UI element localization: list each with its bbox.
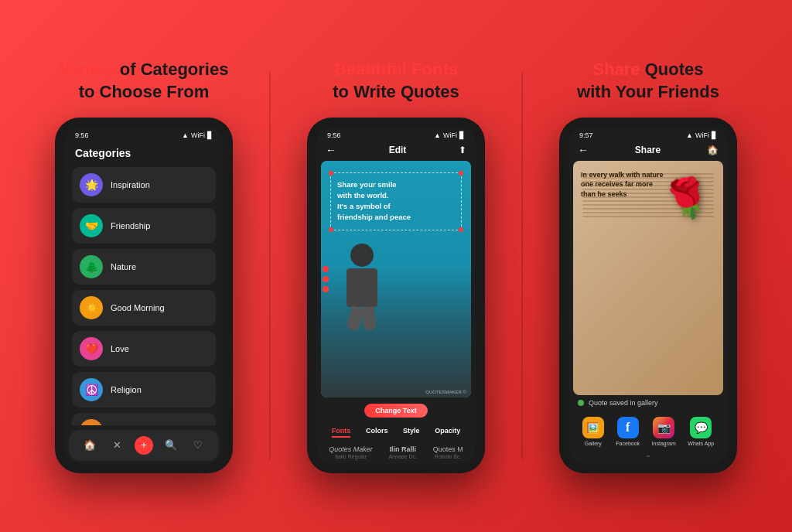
time-3: 9:57	[579, 131, 593, 139]
wifi-icon-3: WiFi	[695, 131, 709, 139]
panel-1-title: Variety of Categoriesto Choose From	[60, 59, 229, 103]
tab-fonts[interactable]: Fonts	[332, 427, 351, 438]
quote-text: Share your smilewith the world.It's a sy…	[337, 180, 411, 222]
list-item[interactable]: 🌲 Nature	[72, 249, 216, 285]
category-list: 🌟 Inspiration 🤝 Friendship 🌲 Nature ☀️ G…	[64, 167, 224, 425]
panel-1-highlight: Variety	[60, 60, 115, 79]
corner-dot-bl	[329, 227, 333, 232]
font-name-1: Italic Regular	[335, 454, 367, 459]
edit-header: ← Edit ⬆	[316, 141, 476, 161]
categories-header: Categories	[64, 141, 224, 167]
font-sample-3[interactable]: Quotes M Roboto Bc.	[433, 445, 463, 459]
phone-3-screen: 9:57 ▲ WiFi ▊ ← Share 🏠	[568, 127, 728, 464]
wifi-icon-2: WiFi	[443, 131, 457, 139]
cat-icon-friendship: 🤝	[80, 214, 103, 237]
status-bar-1: 9:56 ▲ WiFi ▊	[64, 127, 224, 141]
battery-icon: ▊	[207, 131, 213, 139]
panel-edit: Beautiful Fontsto Write Quotes 9:56 ▲ Wi…	[280, 59, 512, 472]
instagram-icon: 📷	[653, 417, 674, 438]
nature-quote-text: In every walk with natureone receives fa…	[581, 170, 677, 200]
list-item[interactable]: ☀️ Good Morning	[72, 290, 216, 326]
status-bar-3: 9:57 ▲ WiFi ▊	[568, 127, 728, 141]
panel-3-title: Share Quoteswith Your Friends	[577, 59, 719, 103]
tab-style[interactable]: Style	[403, 427, 420, 438]
book-background: 🌹 In every walk with natureone receives …	[573, 161, 723, 395]
search-icon[interactable]: 🔍	[162, 436, 180, 455]
whatsapp-label: Whats App	[688, 441, 714, 446]
home-icon[interactable]: 🏠	[80, 436, 99, 455]
list-item[interactable]: 🌟 Inspiration	[72, 167, 216, 203]
status-icons-1: ▲ WiFi ▊	[182, 131, 213, 139]
battery-icon-2: ▊	[459, 131, 465, 139]
facebook-label: Facebook	[616, 441, 640, 446]
font-sample-2[interactable]: Ilin Ralli Annade Dc.	[388, 445, 417, 459]
signal-icon-2: ▲	[434, 131, 441, 139]
status-icons-2: ▲ WiFi ▊	[434, 131, 465, 139]
gallery-icon: 🖼️	[582, 417, 604, 438]
time-1: 9:56	[75, 131, 89, 139]
cat-label: Good Morning	[111, 303, 165, 312]
saved-indicator	[578, 400, 584, 406]
panel-2-highlight: Beautiful Fonts	[334, 60, 458, 79]
save-status-text: Quote saved in gallery	[589, 399, 658, 407]
share-app-gallery[interactable]: 🖼️ Gallery	[582, 417, 604, 446]
corner-dot-br	[459, 227, 463, 232]
signal-icon: ▲	[182, 131, 189, 139]
status-icons-3: ▲ WiFi ▊	[686, 131, 717, 139]
cat-icon-success: 🏆	[80, 419, 103, 425]
phone-2-screen: 9:56 ▲ WiFi ▊ ← Edit ⬆	[316, 127, 476, 464]
share-icon[interactable]: ⬆	[459, 145, 466, 155]
tab-colors[interactable]: Colors	[366, 427, 388, 438]
share-app-facebook[interactable]: f Facebook	[616, 417, 640, 446]
share-app-instagram[interactable]: 📷 Instagram	[652, 417, 676, 446]
favorites-icon[interactable]: ♡	[189, 436, 207, 455]
font-display-3: Quotes M	[433, 445, 463, 453]
toolbar-dot-1[interactable]	[323, 266, 329, 272]
toolbar-dot-3[interactable]	[323, 286, 329, 292]
back-arrow-icon[interactable]: ←	[326, 144, 336, 156]
phone-3-frame: 9:57 ▲ WiFi ▊ ← Share 🏠	[559, 118, 737, 473]
font-display-1: Quotes Maker	[329, 445, 373, 453]
close-icon[interactable]: ✕	[108, 436, 126, 455]
font-display-2: Ilin Ralli	[389, 445, 416, 453]
add-button[interactable]: +	[135, 436, 153, 455]
cat-label: Friendship	[111, 221, 150, 230]
main-container: Variety of Categoriesto Choose From 9:56…	[0, 0, 792, 532]
list-item[interactable]: 🤝 Friendship	[72, 208, 216, 244]
edit-screen-title: Edit	[389, 145, 407, 155]
watermark: QUOTESMAKER ©	[425, 390, 466, 394]
font-samples-area: Quotes Maker Italic Regular Ilin Ralli A…	[316, 441, 476, 464]
change-text-button[interactable]: Change Text	[364, 404, 427, 418]
quote-text-overlay[interactable]: Share your smilewith the world.It's a sy…	[330, 172, 462, 230]
panel-3-highlight: Share	[592, 60, 640, 79]
list-item[interactable]: 🏆 Success	[72, 413, 216, 425]
cat-label: Nature	[111, 262, 136, 271]
cat-icon-inspiration: 🌟	[80, 173, 103, 196]
phone-1-screen: 9:56 ▲ WiFi ▊ Categories 🌟 Inspiration 🤝	[64, 127, 224, 464]
tab-opacity[interactable]: Opacity	[435, 427, 460, 438]
home-icon-3[interactable]: 🏠	[707, 145, 719, 155]
instagram-label: Instagram	[652, 441, 676, 446]
cat-label: Inspiration	[111, 180, 150, 189]
font-sample-1[interactable]: Quotes Maker Italic Regular	[329, 445, 373, 459]
list-item[interactable]: ☮️ Religion	[72, 372, 216, 408]
chevron-up-icon[interactable]: ⌃	[568, 452, 728, 464]
share-header: ← Share 🏠	[568, 141, 728, 161]
share-screen-title: Share	[635, 145, 661, 155]
share-apps-row: 🖼️ Gallery f Facebook 📷 Instagram 💬 What…	[568, 411, 728, 452]
toolbar-dot-2[interactable]	[323, 276, 329, 282]
panel-share: Share Quoteswith Your Friends 9:57 ▲ WiF…	[532, 59, 764, 472]
share-app-whatsapp[interactable]: 💬 Whats App	[688, 417, 714, 446]
panel-2-title: Beautiful Fontsto Write Quotes	[333, 59, 459, 103]
divider-1	[269, 73, 271, 459]
divider-2	[521, 73, 523, 459]
phone-1-frame: 9:56 ▲ WiFi ▊ Categories 🌟 Inspiration 🤝	[55, 118, 233, 473]
back-arrow-icon-3[interactable]: ←	[578, 144, 589, 156]
whatsapp-icon: 💬	[690, 417, 712, 438]
cat-icon-nature: 🌲	[80, 255, 103, 278]
wifi-icon: WiFi	[191, 131, 205, 139]
save-status-bar: Quote saved in gallery	[568, 395, 728, 411]
bottom-nav-bar: 🏠 ✕ + 🔍 ♡	[69, 430, 219, 461]
font-name-2: Annade Dc.	[388, 454, 417, 459]
list-item[interactable]: ❤️ Love	[72, 331, 216, 367]
